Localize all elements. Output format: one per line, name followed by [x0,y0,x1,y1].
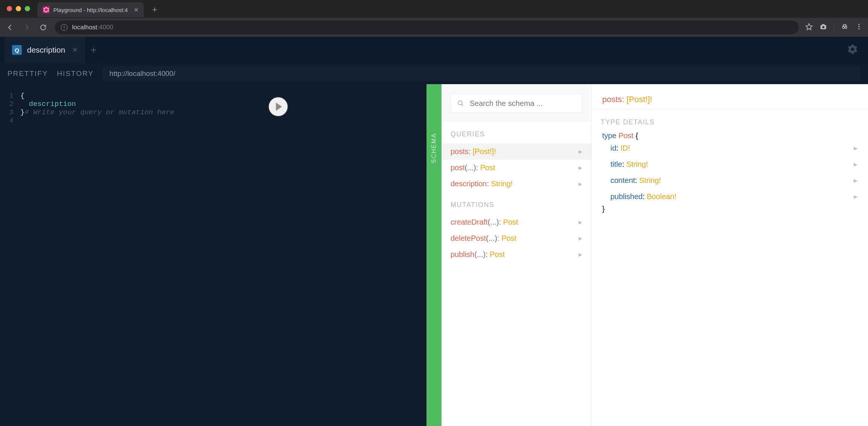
url-host: localhost [72,24,97,31]
playground-tab-close-icon[interactable]: ✕ [72,46,78,54]
address-bar-text: localhost:4000 [72,24,113,31]
svg-point-5 [44,11,45,11]
svg-point-15 [858,28,859,29]
svg-marker-7 [806,23,812,30]
svg-marker-0 [44,8,48,12]
svg-point-14 [858,26,859,27]
nav-reload-button[interactable] [38,23,48,32]
svg-point-2 [48,8,48,9]
browser-tabstrip: Playground - http://localhost:4 ✕ + [0,0,868,17]
line-number: 1 [0,92,20,100]
svg-point-11 [842,27,844,29]
window-controls [4,0,35,17]
line-number: 2 [0,100,20,108]
incognito-icon[interactable] [841,23,848,32]
editor-brace-open: { [20,92,24,100]
endpoint-value: http://localhost:4000/ [110,69,175,78]
star-icon[interactable] [805,23,813,32]
graphql-favicon-icon [43,6,50,13]
svg-point-6 [44,8,45,9]
playground-toolbar: PRETTIFY HISTORY http://localhost:4000/ [0,63,868,84]
window-minimize-icon[interactable] [16,6,21,11]
address-bar[interactable]: i localhost:4000 [55,21,799,34]
query-badge-icon: Q [12,45,22,55]
camera-icon[interactable] [820,23,827,32]
playground-tab-label: description [27,45,65,54]
run-query-button[interactable] [268,96,289,117]
nav-forward-button[interactable] [22,23,32,32]
schema-search[interactable] [451,94,582,113]
new-tab-button[interactable]: + [147,2,162,17]
playground-tabstrip: Q description ✕ + [0,37,868,63]
browser-chrome: Playground - http://localhost:4 ✕ + i lo… [0,0,868,37]
line-number: 4 [0,116,20,125]
chevron-right-icon: ▶ [579,219,582,225]
detail-field-name: posts [602,95,622,104]
svg-rect-10 [822,24,825,25]
type-field-title[interactable]: title: String!▶ [602,156,857,172]
detail-field-type: [Post!]! [627,95,652,104]
settings-button[interactable] [847,44,863,56]
search-icon [457,100,464,107]
schema-toggle-handle[interactable]: SCHEMA [426,84,442,426]
line-number: 3 [0,108,20,116]
schema-handle-label: SCHEMA [431,133,437,163]
type-field-content[interactable]: content: String!▶ [602,172,857,189]
svg-point-16 [458,101,462,105]
menu-icon[interactable] [855,23,863,32]
type-field-id[interactable]: id: ID!▶ [602,140,857,156]
window-fullscreen-icon[interactable] [25,6,30,11]
editor-field: description [29,100,76,108]
svg-point-4 [46,12,47,12]
playground-new-tab-button[interactable]: + [86,37,102,63]
browser-tab[interactable]: Playground - http://localhost:4 ✕ [38,2,144,17]
chevron-right-icon: ▶ [579,149,582,154]
nav-back-button[interactable] [5,23,15,32]
svg-line-17 [462,104,463,106]
chevron-right-icon: ▶ [579,181,582,187]
schema-search-input[interactable] [470,99,576,108]
type-name: Post [618,131,633,140]
queries-section-title: QUERIES [442,121,591,144]
browser-tab-title: Playground - http://localhost:4 [53,7,128,13]
query-item-posts[interactable]: posts: [Post!]!▶ [442,144,591,160]
editor-comment: # Write your query or mutation here [24,108,174,116]
history-button[interactable]: HISTORY [57,69,94,78]
editor-brace-close: } [20,108,24,116]
playground-tab[interactable]: Q description ✕ [5,37,86,63]
prettify-button[interactable]: PRETTIFY [8,69,48,78]
schema-docs-panel: QUERIES posts: [Post!]!▶post(...): Post▶… [442,84,868,426]
query-item-description[interactable]: description: String!▶ [442,176,591,192]
schema-detail-column: posts: [Post!]! TYPE DETAILS type Post {… [592,84,868,426]
url-port: :4000 [97,24,113,31]
playground-app: Q description ✕ + PRETTIFY HISTORY http:… [0,37,868,426]
chevron-right-icon: ▶ [854,178,857,183]
chevron-right-icon: ▶ [854,162,857,167]
query-item-post[interactable]: post(...): Post▶ [442,160,591,176]
type-details-title: TYPE DETAILS [592,109,868,131]
window-close-icon[interactable] [7,6,12,11]
site-info-icon[interactable]: i [61,24,68,31]
query-editor[interactable]: 1{ 2 description 3}# Write your query or… [0,84,426,426]
type-definition: type Post { id: ID!▶title: String!▶conte… [592,131,868,224]
svg-point-1 [46,7,47,8]
detail-header: posts: [Post!]! [592,84,868,109]
type-field-published[interactable]: published: Boolean!▶ [602,189,857,205]
browser-toolbar: i localhost:4000 [0,17,868,37]
toolbar-actions [805,23,863,32]
mutation-item-createDraft[interactable]: createDraft(...): Post▶ [442,214,591,230]
svg-point-9 [822,26,824,28]
endpoint-input[interactable]: http://localhost:4000/ [103,66,860,81]
tab-close-icon[interactable]: ✕ [134,6,139,14]
mutation-item-deletePost[interactable]: deletePost(...): Post▶ [442,230,591,246]
svg-point-3 [48,11,48,11]
type-keyword: type [602,131,616,140]
chevron-right-icon: ▶ [579,252,582,257]
chevron-right-icon: ▶ [579,236,582,241]
type-close-brace: } [602,205,857,213]
chevron-right-icon: ▶ [854,194,857,199]
chevron-right-icon: ▶ [854,145,857,151]
mutation-item-publish[interactable]: publish(...): Post▶ [442,246,591,263]
mutations-section-title: MUTATIONS [442,192,591,214]
svg-point-12 [845,27,847,29]
